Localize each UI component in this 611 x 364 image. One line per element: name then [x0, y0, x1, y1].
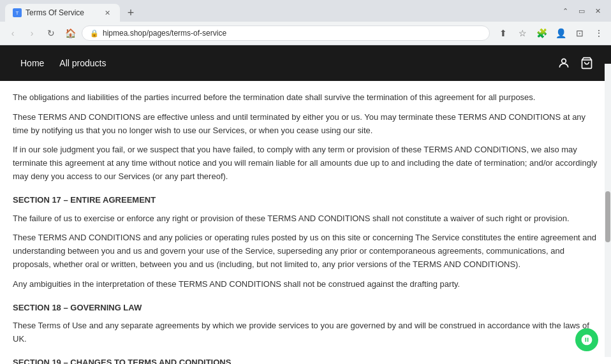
minimize-button[interactable]: ⌃ [563, 7, 568, 15]
active-tab[interactable]: T Terms Of Service ✕ [5, 4, 120, 22]
section17-para3: Any ambiguities in the interpretation of… [13, 278, 598, 291]
svg-point-0 [562, 59, 566, 63]
site-header: Home All products [0, 45, 611, 81]
account-icon[interactable] [552, 52, 575, 75]
share-icon[interactable]: ⬆ [496, 26, 510, 40]
section17-heading: SECTION 17 – ENTIRE AGREEMENT [13, 194, 598, 207]
tab-favicon: T [13, 8, 22, 17]
section18-heading: SECTION 18 – GOVERNING LAW [13, 302, 598, 315]
toolbar-icons: ⬆ ☆ 🧩 👤 ⊡ ⋮ [496, 26, 606, 40]
profile-icon[interactable]: 👤 [554, 26, 568, 40]
window-controls: ⌃ ▭ ✕ [563, 7, 606, 19]
close-button[interactable]: ✕ [595, 7, 601, 15]
main-content: The obligations and liabilities of the p… [0, 81, 611, 364]
extensions-icon[interactable]: 🧩 [534, 26, 548, 40]
floating-action-button[interactable] [575, 328, 598, 351]
bookmark-icon[interactable]: ☆ [515, 26, 529, 40]
sidebar-icon[interactable]: ⊡ [573, 26, 587, 40]
scrollbar[interactable] [605, 64, 611, 357]
scroll-thumb[interactable] [605, 191, 610, 242]
para2: These TERMS AND CONDITIONS are effective… [13, 111, 598, 138]
back-button[interactable]: ‹ [5, 25, 20, 41]
section19-heading: SECTION 19 – CHANGES TO TERMS AND CONDIT… [13, 356, 598, 364]
address-bar: ‹ › ↻ 🏠 🔒 hipmea.shop/pages/terms-of-ser… [0, 22, 611, 45]
tab-close-button[interactable]: ✕ [102, 8, 112, 18]
para1: The obligations and liabilities of the p… [13, 91, 598, 105]
new-tab-button[interactable]: + [122, 4, 139, 21]
section17-para2: These TERMS AND CONDITIONS and any polic… [13, 231, 598, 271]
lock-icon: 🔒 [90, 29, 99, 38]
nav-home[interactable]: Home [13, 45, 52, 81]
reload-button[interactable]: ↻ [43, 25, 59, 41]
maximize-button[interactable]: ▭ [578, 7, 585, 15]
menu-icon[interactable]: ⋮ [592, 26, 606, 40]
browser-chrome: T Terms Of Service ✕ + ⌃ ▭ ✕ ‹ › ↻ 🏠 🔒 h… [0, 0, 611, 45]
url-bar[interactable]: 🔒 hipmea.shop/pages/terms-of-service [82, 25, 490, 41]
section17-para1: The failure of us to exercise or enforce… [13, 212, 598, 226]
tab-title: Terms Of Service [26, 8, 98, 17]
home-button[interactable]: 🏠 [63, 25, 78, 41]
forward-button[interactable]: › [24, 25, 40, 41]
nav-products[interactable]: All products [52, 45, 114, 81]
section18-para1: These Terms of Use and any separate agre… [13, 319, 598, 346]
tab-bar: T Terms Of Service ✕ + ⌃ ▭ ✕ [0, 0, 611, 22]
para3: If in our sole judgment you fail, or we … [13, 143, 598, 183]
cart-icon[interactable] [575, 52, 598, 75]
url-text: hipmea.shop/pages/terms-of-service [103, 29, 482, 38]
